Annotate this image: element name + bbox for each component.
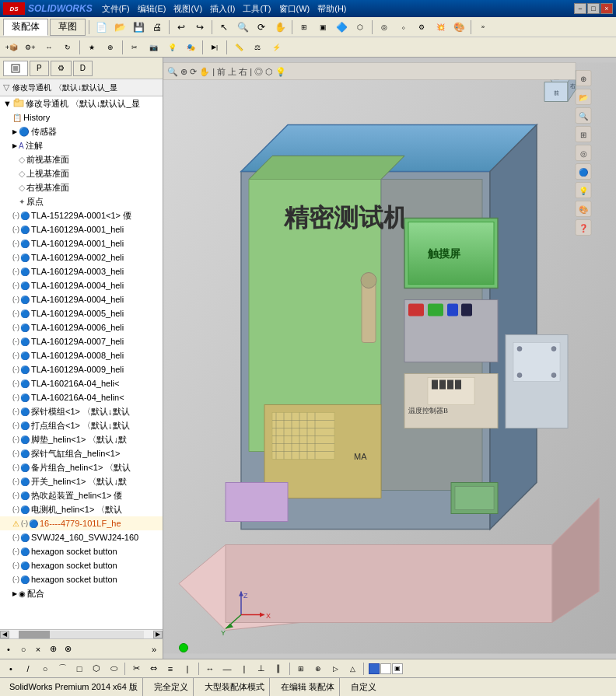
sketch-arc[interactable]: ⌒ — [54, 662, 70, 676]
tree-item-probe-cylinder[interactable]: (-) 🔵 探针气缸组合_helin<1> — [0, 446, 163, 460]
close-button[interactable]: × — [600, 3, 613, 14]
tree-item-tester[interactable]: (-) 🔵 电测机_helin<1> 〈默认 — [0, 502, 163, 516]
tree-item-top-plane[interactable]: ◇ 上视基准面 — [0, 166, 163, 180]
scroll-left-btn[interactable]: ◀ — [0, 631, 9, 638]
mirror-btn[interactable]: | — [180, 662, 195, 676]
tree-item-hex1[interactable]: (-) 🔵 hexagon socket button — [0, 544, 163, 558]
trim-btn[interactable]: ✂ — [128, 662, 144, 676]
sketch-rectangle[interactable]: □ — [72, 662, 87, 676]
sketch-point[interactable]: • — [3, 662, 19, 676]
tree-item-origin[interactable]: ✦ 原点 — [0, 194, 163, 208]
maximize-button[interactable]: □ — [587, 3, 600, 14]
tree-item-comp13[interactable]: (-) 🔵 TLA-160216A-04_heli< — [0, 376, 163, 390]
feature-manager-tab[interactable] — [3, 61, 28, 76]
sketch-more-btn[interactable]: ▷ — [327, 662, 343, 676]
property-manager-tab[interactable]: P — [30, 61, 49, 76]
custom-status[interactable]: 自定义 — [346, 678, 381, 696]
pan-btn[interactable]: ✋ — [271, 19, 289, 35]
tree-item-comp10[interactable]: (-) 🔵 TLA-160129A-0007_heli — [0, 334, 163, 348]
smart-dim-btn[interactable]: ↔ — [202, 662, 218, 676]
insert-component-btn[interactable]: +📦 — [3, 40, 20, 55]
vert-btn[interactable]: | — [236, 662, 252, 676]
3d-viewport[interactable]: 精密测试机 触摸屏 温度控制器B — [163, 58, 616, 659]
color-btn[interactable]: 🎨 — [450, 19, 467, 35]
sketch-ellipse[interactable]: ⬭ — [106, 662, 121, 676]
grid-btn[interactable]: ⊞ — [293, 662, 309, 676]
tree-root-item[interactable]: ▼ 修改导通机 〈默认↓默认认_显 — [0, 96, 163, 110]
sketch-circle[interactable]: ○ — [37, 662, 53, 676]
select-btn[interactable]: ↖ — [215, 19, 233, 35]
mates-btn[interactable]: ⚙ — [413, 19, 430, 35]
sketch-polygon[interactable]: ⬡ — [89, 662, 104, 676]
horizontal-scrollbar[interactable]: ◀ ▶ — [0, 629, 163, 638]
tree-item-comp7[interactable]: (-) 🔵 TLA-160129A-0004_heli — [0, 292, 163, 306]
fill-icon-blue[interactable] — [369, 663, 380, 674]
tree-item-annotations[interactable]: ▶ A 注解 — [0, 138, 163, 152]
appearances-btn[interactable]: 🎭 — [182, 40, 199, 55]
menu-window[interactable]: 窗口(W) — [276, 3, 313, 15]
fill-icon-3d[interactable]: ▣ — [392, 663, 403, 674]
lights-btn[interactable]: 💡 — [163, 40, 180, 55]
bottom-btn2[interactable]: ○ — [16, 642, 30, 656]
redo-btn[interactable]: ↪ — [191, 19, 208, 35]
tree-item-spare-combo[interactable]: (-) 🔵 备片组合_helin<1> 〈默认 — [0, 460, 163, 474]
extend-btn[interactable]: ⇔ — [145, 662, 161, 676]
tree-item-comp1[interactable]: (-) 🔵 TLA-151229A-0001<1> 偠 — [0, 208, 163, 222]
wireframe-btn[interactable]: ⬡ — [352, 19, 369, 35]
tree-item-foot-pad[interactable]: (-) 🔵 脚垫_helin<1> 〈默认↓默 — [0, 432, 163, 446]
bottom-btn1[interactable]: • — [2, 642, 16, 656]
tree-item-svwj[interactable]: (-) 🔵 SVWJ24_160_SVWJ24-160 — [0, 530, 163, 544]
interference-btn[interactable]: ⚡ — [268, 40, 285, 55]
tree-item-comp6[interactable]: (-) 🔵 TLA-160129A-0004_heli — [0, 278, 163, 292]
menu-insert[interactable]: 插入(I) — [207, 3, 238, 15]
section-view-btn[interactable]: ✂ — [126, 40, 143, 55]
ref-geometry-btn[interactable]: ◎ — [376, 19, 393, 35]
bottom-btn6[interactable]: » — [147, 642, 161, 656]
tree-item-comp3[interactable]: (-) 🔵 TLA-160129A-0001_heli — [0, 236, 163, 250]
measure-btn[interactable]: 📏 — [230, 40, 247, 55]
shading-btn[interactable]: 🔷 — [333, 19, 350, 35]
camera-btn[interactable]: 📷 — [145, 40, 162, 55]
tree-item-history[interactable]: 📋 History — [0, 110, 163, 124]
tree-item-comp9[interactable]: (-) 🔵 TLA-160129A-0006_heli — [0, 320, 163, 334]
snap-btn[interactable]: ⊕ — [310, 662, 326, 676]
smart-mate-btn[interactable]: ⚙+ — [22, 40, 39, 55]
tree-item-right-plane[interactable]: ◇ 右视基准面 — [0, 180, 163, 194]
rotate-view-btn[interactable]: ⟳ — [253, 19, 270, 35]
menu-view[interactable]: 视图(V) — [170, 3, 205, 15]
sketch-more2-btn[interactable]: △ — [345, 662, 360, 676]
tree-item-comp8[interactable]: (-) 🔵 TLA-160129A-0005_heli — [0, 306, 163, 320]
horiz-btn[interactable]: — — [219, 662, 235, 676]
tree-item-switch[interactable]: (-) 🔵 开关_helin<1> 〈默认↓默 — [0, 474, 163, 488]
tree-item-comp12[interactable]: (-) 🔵 TLA-160129A-0009_heli — [0, 362, 163, 376]
open-btn[interactable]: 📂 — [111, 19, 128, 35]
dim-expert-tab[interactable]: D — [73, 61, 93, 76]
menu-tools[interactable]: 工具(T) — [240, 3, 274, 15]
offset-btn[interactable]: ≡ — [163, 662, 178, 676]
bottom-btn4[interactable]: ⊕ — [46, 642, 60, 656]
perp-btn[interactable]: ⊥ — [254, 662, 269, 676]
scroll-thumb[interactable] — [19, 631, 50, 638]
explode-btn[interactable]: 💥 — [432, 19, 449, 35]
save-btn[interactable]: 💾 — [130, 19, 147, 35]
tab-sketch[interactable]: 草图 — [50, 19, 86, 36]
menu-file[interactable]: 文件(F) — [99, 3, 133, 15]
new-btn[interactable]: 📄 — [93, 19, 110, 35]
rotate-component-btn[interactable]: ↻ — [59, 40, 76, 55]
mass-properties-btn[interactable]: ⚖ — [249, 40, 266, 55]
view-orient-btn[interactable]: ⊞ — [296, 19, 313, 35]
print-btn[interactable]: 🖨 — [149, 19, 166, 35]
tree-item-front-plane[interactable]: ◇ 前视基准面 — [0, 152, 163, 166]
menu-help[interactable]: 帮助(H) — [314, 3, 349, 15]
sketch-line[interactable]: / — [20, 662, 36, 676]
display-pane-btn[interactable]: ▶| — [206, 40, 223, 55]
front-view-btn[interactable]: ▣ — [314, 19, 331, 35]
config-manager-tab[interactable]: ⚙ — [51, 61, 72, 76]
tree-item-dot-combo[interactable]: (-) 🔵 打点组合<1> 〈默认↓默认 — [0, 418, 163, 432]
move-component-btn[interactable]: ↔ — [40, 40, 58, 55]
scroll-right-btn[interactable]: ▶ — [153, 631, 163, 638]
tab-assembly[interactable]: 装配体 — [3, 19, 48, 36]
components-btn[interactable]: ⬦ — [394, 19, 411, 35]
undo-btn[interactable]: ↩ — [173, 19, 190, 35]
tree-item-hex2[interactable]: (-) 🔵 hexagon socket button — [0, 558, 163, 572]
